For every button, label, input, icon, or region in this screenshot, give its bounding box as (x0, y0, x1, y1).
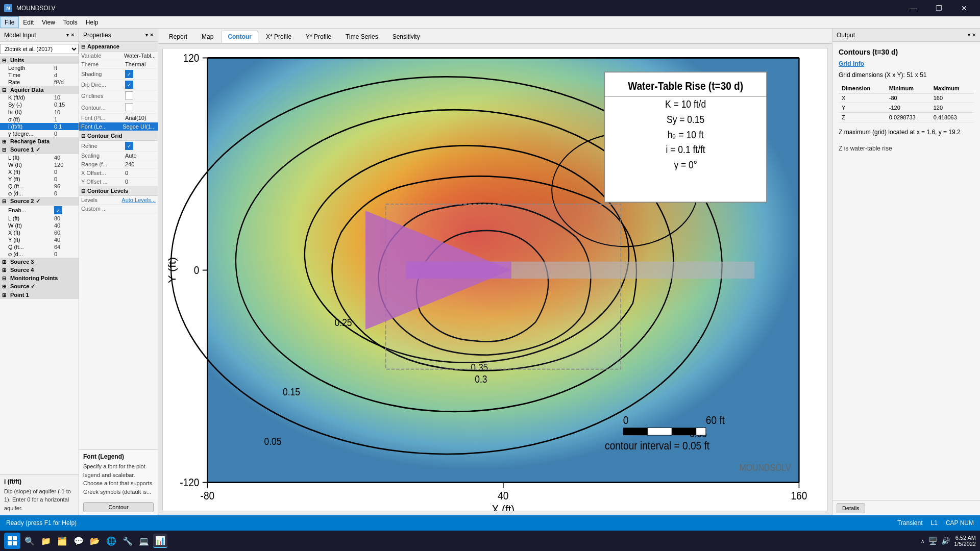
panel-controls: ▾ ✕ (66, 32, 75, 38)
taskbar-file-explorer[interactable]: 📁 (39, 534, 53, 548)
i-row[interactable]: i (ft/ft)0.1 (0, 123, 79, 130)
contour-grid-header[interactable]: ⊟Contour Grid (79, 131, 158, 141)
y-offset-row[interactable]: Y Offset ...0 (79, 178, 158, 186)
tab-map[interactable]: Map (195, 31, 220, 43)
taskbar-task-view[interactable]: 🗂️ (55, 534, 69, 548)
z-min: 0.0298733 (886, 113, 930, 122)
appearance-header[interactable]: ⊟Appearance (79, 42, 158, 52)
tab-report[interactable]: Report (162, 31, 194, 43)
aquifer-header[interactable]: ⊟Aquifer Data (0, 86, 79, 94)
recharge-header[interactable]: ⊞Recharge Data (0, 137, 79, 145)
dip-row[interactable]: Dip Dire...✓ (79, 80, 158, 90)
tab-xprofile[interactable]: X* Profile (259, 31, 298, 43)
taskbar-teams[interactable]: 💬 (71, 534, 86, 548)
contour-levels-header[interactable]: ⊟Contour Levels (79, 186, 158, 196)
taskbar-moundsolv[interactable]: 📊 (153, 534, 167, 548)
menu-file[interactable]: File (0, 16, 19, 28)
output-header: Output ▾ ✕ (832, 29, 980, 42)
model-input-header: Model Input ▾ ✕ (0, 29, 79, 42)
range-row[interactable]: Range (f...240 (79, 160, 158, 169)
svg-text:contour interval = 0.05 ft: contour interval = 0.05 ft (605, 439, 709, 452)
menu-edit[interactable]: Edit (19, 16, 38, 28)
svg-rect-53 (8, 541, 12, 545)
s1-phi-row[interactable]: φ (d...0 (0, 190, 79, 197)
source2-header[interactable]: ⊟Source 2 ✓ (0, 197, 79, 206)
k-row[interactable]: K (ft/d)10 (0, 94, 79, 101)
titlebar-left: M MOUNDSOLV (4, 4, 55, 12)
rate-row[interactable]: Rateft³/d (0, 79, 79, 86)
refine-row[interactable]: Refine✓ (79, 141, 158, 152)
font-plot-row[interactable]: Font (Pl...Arial(10) (79, 114, 158, 122)
close-button[interactable]: ✕ (952, 0, 976, 16)
status-caps: CAP NUM (946, 519, 974, 527)
point1-header[interactable]: ⊞Point 1 (0, 291, 79, 299)
taskbar-edge[interactable]: 🌐 (104, 534, 118, 548)
output-panel: Output ▾ ✕ Contours (t=30 d) Grid Info G… (832, 29, 980, 515)
minimize-button[interactable]: — (901, 0, 925, 16)
taskbar-right: ∧ 🖥️ 🔊 6:52 AM 1/5/2022 (921, 535, 976, 547)
scaling-row[interactable]: ScalingAuto (79, 152, 158, 160)
props-title: Properties (83, 32, 111, 39)
statusbar: Ready (press F1 for Help) Transient L1 C… (0, 515, 980, 531)
system-clock[interactable]: 6:52 AM 1/5/2022 (954, 535, 976, 547)
source4-header[interactable]: ⊞Source 4 (0, 266, 79, 274)
tab-contour[interactable]: Contour (221, 31, 258, 43)
status-text: Ready (press F1 for Help) (6, 519, 77, 527)
contour-button[interactable]: Contour (83, 502, 154, 512)
tab-yprofile[interactable]: Y* Profile (299, 31, 338, 43)
units-header[interactable]: ⊟Units (0, 56, 79, 64)
source-check-header[interactable]: ⊞Source ✓ (0, 282, 79, 291)
details-tab[interactable]: Details (837, 503, 865, 513)
x-offset-row[interactable]: X Offset...0 (79, 169, 158, 178)
sy-row[interactable]: Sy (-)0.15 (0, 101, 79, 108)
h0-row[interactable]: h₀ (ft)10 (0, 108, 79, 116)
s1-y-row[interactable]: Y (ft)0 (0, 176, 79, 183)
taskbar-files[interactable]: 📂 (88, 534, 102, 548)
z-max-location: Z maximum (grid) located at x = 1.6, y =… (839, 129, 974, 136)
s1-w-row[interactable]: W (ft)120 (0, 161, 79, 168)
custom-row[interactable]: Custom ... (79, 205, 158, 213)
taskbar-vs[interactable]: 💻 (137, 534, 151, 548)
s1-x-row[interactable]: X (ft)0 (0, 168, 79, 176)
grid-info-link[interactable]: Grid Info (839, 60, 974, 67)
gridlines-row[interactable]: Gridlines (79, 90, 158, 102)
s2-x-row[interactable]: X (ft)60 (0, 229, 79, 236)
length-row[interactable]: Lengthft (0, 64, 79, 71)
s2-l-row[interactable]: L (ft)80 (0, 215, 79, 222)
svg-rect-51 (8, 536, 12, 540)
s1-q-row[interactable]: Q (ft...96 (0, 183, 79, 190)
sigma-row[interactable]: σ (ft)1 (0, 116, 79, 123)
menu-help[interactable]: Help (82, 16, 103, 28)
svg-text:0: 0 (194, 264, 200, 277)
tab-sensitivity[interactable]: Sensitivity (386, 31, 427, 43)
source3-header[interactable]: ⊞Source 3 (0, 258, 79, 266)
levels-row[interactable]: LevelsAuto Levels... (79, 196, 158, 205)
s1-l-row[interactable]: L (ft)40 (0, 154, 79, 161)
menu-tools[interactable]: Tools (59, 16, 82, 28)
taskbar-search[interactable]: 🔍 (22, 534, 37, 548)
tab-timeseries[interactable]: Time Series (339, 31, 385, 43)
gamma-row[interactable]: γ (degre...0 (0, 130, 79, 137)
contour-levels-section: ⊟Contour Levels LevelsAuto Levels... Cus… (79, 186, 158, 213)
variable-row[interactable]: VariableWater-Tabl... (79, 52, 158, 60)
s2-y-row[interactable]: Y (ft)40 (0, 236, 79, 243)
menu-view[interactable]: View (38, 16, 59, 28)
s2-phi-row[interactable]: φ (d...0 (0, 251, 79, 258)
s2-enab-row[interactable]: Enab...✓ (0, 206, 79, 215)
time-row[interactable]: Timed (0, 71, 79, 79)
monitoring-header[interactable]: ⊟Monitoring Points (0, 274, 79, 282)
s2-q-row[interactable]: Q (ft...64 (0, 243, 79, 251)
svg-rect-54 (13, 541, 17, 545)
model-select[interactable]: Zlotnik et al. (2017) (0, 44, 79, 54)
aquifer-section: ⊟Aquifer Data K (ft/d)10 Sy (-)0.15 h₀ (… (0, 86, 79, 137)
font-legend-row[interactable]: Font (Le...Segoe UI(1... (79, 122, 158, 131)
model-tree: ⊟Units Lengthft Timed Rateft³/d ⊟Aquifer… (0, 56, 79, 474)
contour-row[interactable]: Contour... (79, 102, 158, 114)
source1-header[interactable]: ⊟Source 1 ✓ (0, 145, 79, 154)
start-button[interactable] (4, 533, 20, 549)
restore-button[interactable]: ❐ (927, 0, 950, 16)
shading-row[interactable]: Shading✓ (79, 69, 158, 80)
s2-w-row[interactable]: W (ft)40 (0, 222, 79, 229)
theme-row[interactable]: ThemeThermal (79, 60, 158, 69)
taskbar-store[interactable]: 🔧 (120, 534, 135, 548)
